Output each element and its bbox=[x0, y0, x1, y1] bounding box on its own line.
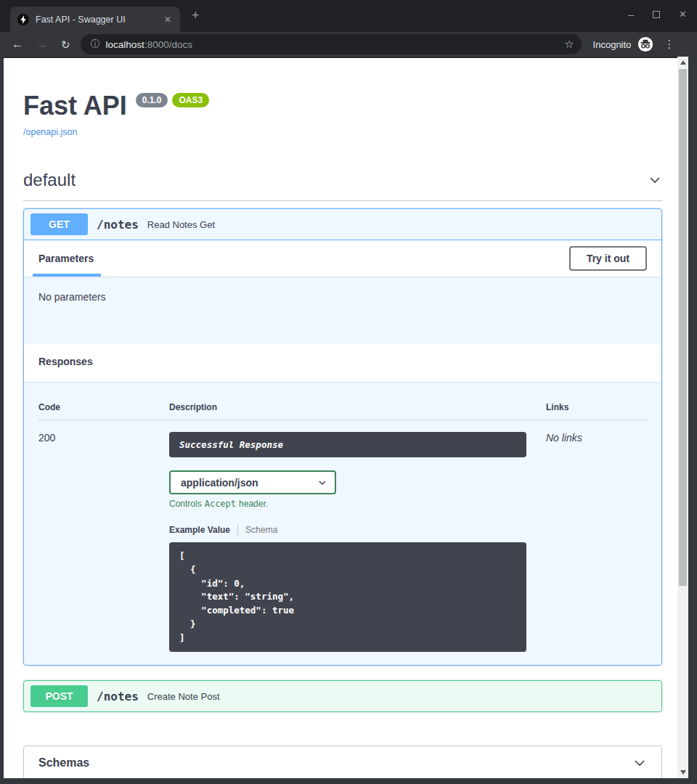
scrollbar-thumb[interactable] bbox=[679, 69, 687, 586]
response-row-200: 200 Successful Response application/json… bbox=[38, 420, 647, 652]
response-code: 200 bbox=[38, 432, 169, 652]
media-type-selected: application/json bbox=[181, 477, 258, 489]
tab-example-value[interactable]: Example Value bbox=[169, 525, 230, 535]
schemas-section: Schemas Note bbox=[23, 746, 662, 778]
forward-icon[interactable]: → bbox=[36, 38, 48, 50]
column-links: Links bbox=[546, 402, 647, 412]
tab-close-icon[interactable]: ✕ bbox=[163, 14, 173, 25]
method-post-badge: POST bbox=[30, 685, 88, 707]
get-summary-row[interactable]: GET /notes Read Notes Get bbox=[24, 209, 661, 240]
address-bar[interactable]: ⓘ localhost :8000/docs ☆ bbox=[81, 34, 582, 54]
accept-header-hint: ControlsAcceptheader. bbox=[169, 499, 546, 509]
tab-divider bbox=[237, 525, 238, 535]
page-scrollbar[interactable] bbox=[677, 57, 688, 778]
minimize-icon[interactable]: – bbox=[628, 9, 634, 20]
parameters-active-underline bbox=[33, 274, 101, 277]
swagger-page: Fast API 0.1.0 OAS3 /openapi.json defaul… bbox=[4, 57, 677, 778]
collapse-schemas-button[interactable] bbox=[632, 756, 647, 770]
browser-window: Fast API - Swagger UI ✕ + – ✕ ← → ↻ ⓘ lo… bbox=[0, 0, 697, 784]
openapi-spec-link[interactable]: /openapi.json bbox=[23, 127, 77, 137]
opblock-get-notes: GET /notes Read Notes Get Parameters Try… bbox=[23, 208, 662, 666]
accept-hint-suffix: header. bbox=[239, 499, 268, 509]
schemas-header[interactable]: Schemas bbox=[24, 746, 661, 778]
media-type-select[interactable]: application/json bbox=[169, 470, 336, 494]
responses-title: Responses bbox=[38, 356, 93, 367]
url-path: :8000/docs bbox=[144, 39, 192, 50]
collapse-section-button[interactable] bbox=[648, 173, 662, 187]
site-info-icon[interactable]: ⓘ bbox=[91, 38, 100, 51]
url-host: localhost bbox=[106, 39, 144, 50]
accept-hint-code: Accept bbox=[205, 499, 236, 509]
response-description-cell: Successful Response application/json Con… bbox=[169, 432, 546, 652]
fastapi-favicon-icon bbox=[17, 14, 29, 25]
response-description: Successful Response bbox=[169, 432, 526, 457]
new-tab-button[interactable]: + bbox=[192, 9, 200, 22]
example-json: [ { "id": 0, "text": "string", "complete… bbox=[179, 550, 516, 645]
oas3-badge: OAS3 bbox=[172, 93, 209, 107]
method-get-badge: GET bbox=[30, 213, 88, 235]
chevron-down-icon bbox=[632, 756, 647, 770]
parameters-body: No parameters bbox=[24, 277, 661, 344]
browser-menu-icon[interactable]: ⋮ bbox=[664, 38, 674, 51]
responses-body: Code Description Links 200 Successful Re… bbox=[24, 382, 661, 665]
post-summary-row[interactable]: POST /notes Create Note Post bbox=[24, 681, 661, 711]
tab-title: Fast API - Swagger UI bbox=[36, 15, 156, 25]
parameters-header: Parameters Try it out bbox=[24, 240, 661, 277]
browser-toolbar: ← → ↻ ⓘ localhost :8000/docs ☆ Incognito… bbox=[0, 32, 697, 57]
badges: 0.1.0 OAS3 bbox=[136, 93, 209, 107]
no-parameters-text: No parameters bbox=[38, 291, 106, 303]
api-info: Fast API 0.1.0 OAS3 /openapi.json bbox=[23, 58, 662, 138]
column-code: Code bbox=[38, 402, 169, 412]
incognito-icon bbox=[637, 36, 653, 52]
response-links: No links bbox=[546, 432, 647, 652]
version-badge: 0.1.0 bbox=[136, 93, 168, 107]
get-path: /notes bbox=[97, 218, 139, 232]
browser-tab[interactable]: Fast API - Swagger UI ✕ bbox=[10, 7, 180, 32]
window-controls: – ✕ bbox=[628, 9, 687, 20]
select-chevron-down-icon bbox=[317, 478, 327, 488]
post-summary: Create Note Post bbox=[147, 691, 220, 702]
incognito-indicator: Incognito bbox=[593, 36, 654, 52]
tab-schema[interactable]: Schema bbox=[245, 525, 277, 535]
schemas-title: Schemas bbox=[38, 756, 89, 769]
tag-name: default bbox=[23, 170, 76, 190]
example-value-block: [ { "id": 0, "text": "string", "complete… bbox=[169, 542, 526, 652]
bookmark-star-icon[interactable]: ☆ bbox=[564, 38, 574, 51]
back-icon[interactable]: ← bbox=[12, 38, 23, 50]
parameters-title: Parameters bbox=[38, 253, 94, 264]
incognito-label: Incognito bbox=[593, 39, 632, 50]
post-path: /notes bbox=[97, 690, 139, 703]
page-title: Fast API bbox=[23, 90, 127, 121]
scroll-up-arrow-icon[interactable] bbox=[677, 57, 688, 68]
opblock-post-notes: POST /notes Create Note Post bbox=[23, 680, 662, 712]
scroll-down-arrow-icon[interactable] bbox=[677, 767, 688, 778]
tag-section-header[interactable]: default bbox=[23, 170, 662, 201]
chevron-down-icon bbox=[648, 173, 662, 187]
maximize-icon[interactable] bbox=[653, 11, 660, 18]
try-it-out-button[interactable]: Try it out bbox=[569, 246, 647, 271]
get-summary: Read Notes Get bbox=[147, 219, 215, 230]
tab-strip: Fast API - Swagger UI ✕ + – ✕ bbox=[0, 0, 697, 32]
responses-header: Responses bbox=[24, 344, 661, 382]
example-schema-tabs: Example Value Schema bbox=[169, 525, 546, 535]
reload-icon[interactable]: ↻ bbox=[61, 39, 70, 50]
accept-hint-prefix: Controls bbox=[169, 499, 202, 509]
close-window-icon[interactable]: ✕ bbox=[679, 9, 687, 19]
column-description: Description bbox=[169, 402, 546, 412]
responses-table-header: Code Description Links bbox=[38, 396, 647, 420]
